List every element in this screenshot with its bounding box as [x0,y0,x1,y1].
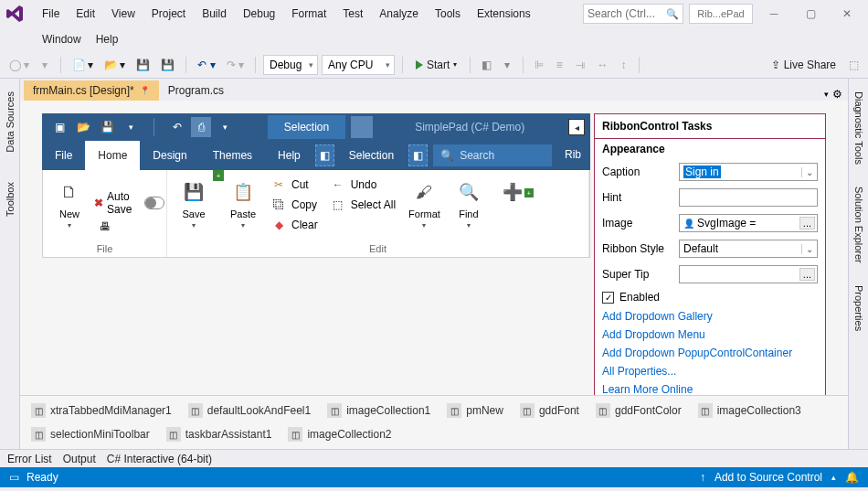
save-button[interactable]: 💾 [132,57,153,73]
bottom-tab-output[interactable]: Output [63,453,96,465]
save-button-ribbon[interactable]: 💾 Save ▾ [175,176,213,231]
link-add-menu[interactable]: Add Dropdown Menu [595,326,825,344]
tab-program-cs[interactable]: Program.cs [159,80,233,101]
print-button[interactable]: 🖶 [94,218,164,236]
tab-dropdown-icon[interactable]: ▾ [824,90,829,99]
tab-frmmain-design[interactable]: frmMain.cs [Design]* 📍 [24,80,159,101]
undo-button[interactable]: ↶ ▾ [194,57,218,73]
close-button[interactable]: ✕ [831,3,863,25]
style-combo[interactable]: Default [679,240,818,258]
menu-view[interactable]: View [104,4,143,24]
menu-file[interactable]: File [35,4,67,24]
tb-icon-2[interactable]: ▾ [499,57,515,73]
ribbon-search-box[interactable]: 🔍 Search [433,144,552,166]
component-item[interactable]: ◫imageCollection3 [698,403,801,418]
component-item[interactable]: ◫imageCollection1 [327,403,430,418]
redo-button[interactable]: ↷ ▾ [223,57,248,73]
start-debug-button[interactable]: Start ▾ [410,57,462,73]
link-learn-more[interactable]: Learn More Online [595,380,825,395]
enabled-checkbox[interactable]: ✓ Enabled [595,287,825,307]
distribute-h-icon[interactable]: ↔ [593,57,611,73]
smart-tag-icon[interactable]: ◂ [568,119,585,135]
chevron-up-icon[interactable]: ▴ [831,473,836,482]
component-item[interactable]: ◫gddFontColor [596,403,682,418]
nav-fwd-button[interactable]: ▾ [37,57,53,73]
component-item[interactable]: ◫selectionMiniToolbar [31,427,150,442]
paste-button[interactable]: 📋 Paste ▾ [224,176,262,231]
component-item[interactable]: ◫gddFont [520,403,579,418]
qat-app-icon[interactable]: ▣ [49,117,69,137]
distribute-v-icon[interactable]: ↕ [615,57,631,73]
autosave-toggle[interactable]: ✖ Auto Save [94,190,164,216]
bottom-tab-csharp-interactive[interactable]: C# Interactive (64-bit) [107,453,212,465]
platform-combo[interactable]: Any CPU [322,55,395,75]
selectall-button[interactable]: ⬚Select All [327,196,399,214]
ribbon-tab-home[interactable]: Home [85,141,140,170]
align-right-icon[interactable]: ⫣ [571,57,589,73]
undo-button-ribbon[interactable]: ←Undo [327,176,399,194]
ribbon-title-selection-tab[interactable]: Selection [268,115,345,139]
rail-solution-explorer[interactable]: Solution Explorer [852,181,866,269]
ribbon-tab-file[interactable]: File [42,141,85,170]
live-share-button[interactable]: ⇪ Live Share [766,57,842,73]
copy-button[interactable]: ⿻Copy [268,196,322,214]
ribbon-more-button[interactable]: ➕ + [493,176,532,208]
qat-save-icon[interactable]: 💾 [97,117,117,137]
component-item[interactable]: ◫imageCollection2 [288,427,391,442]
rail-properties[interactable]: Properties [852,280,866,336]
save-all-button[interactable]: 💾 [157,57,178,73]
ribbon-tab-design[interactable]: Design [140,141,199,170]
component-item[interactable]: ◫xtraTabbedMdiManager1 [31,403,172,418]
tb-icon-1[interactable]: ◧ [478,57,495,73]
menu-build[interactable]: Build [195,4,234,24]
maximize-button[interactable]: ▢ [795,3,826,25]
gear-icon[interactable]: ⚙ [832,88,842,101]
ribbon-tab-help[interactable]: Help [265,141,313,170]
clear-button[interactable]: ◆Clear [268,216,322,234]
menu-analyze[interactable]: Analyze [372,4,426,24]
source-control-button[interactable]: Add to Source Control [715,471,822,484]
bottom-tab-error-list[interactable]: Error List [7,453,52,465]
align-left-icon[interactable]: ⊫ [531,57,547,73]
pin-icon[interactable]: 📍 [140,86,150,95]
component-item[interactable]: ◫pmNew [447,403,503,418]
quick-launch-search[interactable]: Search (Ctrl... 🔍 [583,4,683,24]
rail-diagnostic-tools[interactable]: Diagnostic Tools [852,86,866,170]
supertip-input[interactable] [679,265,818,283]
ribbon-tab-selection[interactable]: Selection [336,141,407,170]
toggle-icon[interactable] [144,197,164,209]
align-center-icon[interactable]: ≡ [551,57,567,73]
feedback-icon[interactable]: ⬚ [845,57,863,73]
rail-data-sources[interactable]: Data Sources [3,86,17,158]
menu-extensions[interactable]: Extensions [470,4,538,24]
qat-dropdown2-icon[interactable]: ▾ [215,117,235,137]
menu-edit[interactable]: Edit [69,4,102,24]
qat-print-icon[interactable]: ⎙ [191,117,211,137]
new-button[interactable]: 🗋 New ▾ [50,176,89,231]
qat-open-icon[interactable]: 📂 [73,117,93,137]
menu-test[interactable]: Test [335,4,370,24]
menu-format[interactable]: Format [284,4,333,24]
notifications-icon[interactable]: 🔔 [845,471,859,484]
link-all-properties[interactable]: All Properties... [595,362,825,380]
caption-input[interactable]: Sign in [679,163,818,181]
menu-help[interactable]: Help [89,29,126,49]
link-add-gallery[interactable]: Add Dropdown Gallery [595,307,825,326]
component-item[interactable]: ◫taskbarAssistant1 [166,427,272,442]
format-button[interactable]: 🖌 Format ▾ [405,176,444,231]
hint-input[interactable] [679,188,818,207]
rail-toolbox[interactable]: Toolbox [3,176,17,222]
qat-undo-icon[interactable]: ↶ [167,117,187,137]
link-add-popup[interactable]: Add Dropdown PopupControlContainer [595,344,825,362]
minimize-button[interactable]: ─ [758,3,789,25]
menu-debug[interactable]: Debug [236,4,282,24]
menu-project[interactable]: Project [144,4,193,24]
cut-button[interactable]: ✂Cut [268,176,322,194]
new-project-button[interactable]: 📄▾ [69,57,97,73]
find-button[interactable]: 🔍 Find ▾ [450,176,488,231]
ribbon-sep-icon[interactable]: ◧ [315,144,334,166]
image-input[interactable]: 👤SvgImage = [679,214,818,232]
solution-name[interactable]: Rib...ePad [689,4,753,24]
nav-back-button[interactable]: ◯ ▾ [5,57,33,73]
ribbon-sep-icon2[interactable]: ◧ [408,144,428,166]
